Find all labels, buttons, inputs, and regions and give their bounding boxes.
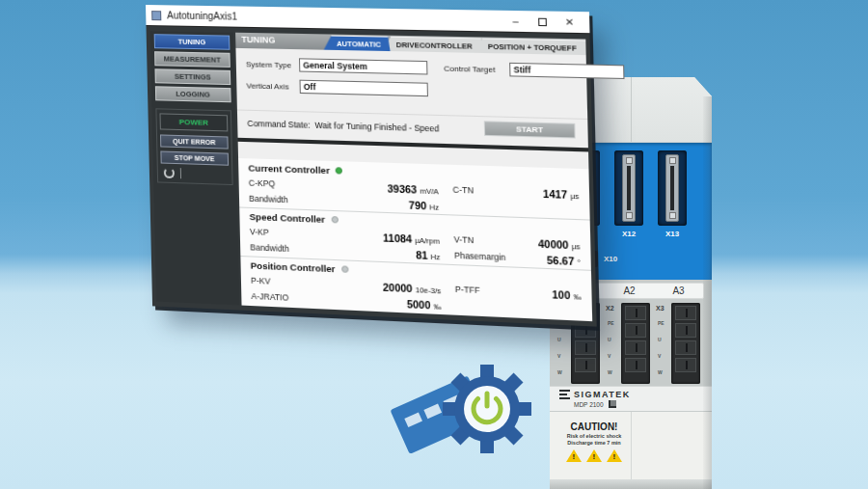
current-controller-title: Current Controller — [248, 162, 330, 176]
drive-control-panel: POWER QUIT ERROR STOP MOVE — [155, 108, 232, 185]
controller-values-panel: Current Controller C-KPQ 39363mV/A C-TN … — [238, 158, 592, 321]
device-model: MDP 2100 — [574, 401, 604, 408]
divider — [180, 168, 181, 178]
window-title: AutotuningAxis1 — [167, 10, 502, 26]
system-type-label: System Type — [246, 60, 291, 69]
status-dot — [336, 167, 342, 174]
window-frame: TUNING MEASUREMENT SETTINGS LOGGING POWE… — [146, 26, 596, 327]
device-caution-section: CAUTION! Risk of electric shock Discharg… — [550, 412, 712, 489]
caution-line-1: Risk of electric shock — [561, 433, 627, 439]
encoder-port-x13 — [658, 150, 687, 226]
gear-icon — [443, 365, 531, 453]
sidebar: TUNING MEASUREMENT SETTINGS LOGGING POWE… — [150, 31, 240, 305]
app-icon — [151, 11, 161, 20]
warning-triangle-icon — [607, 449, 622, 462]
port-label-x10: X10 — [604, 255, 617, 263]
axis-label-a2: A2 — [605, 284, 654, 298]
command-state: Command State: Wait for Tuning Finished … — [247, 119, 439, 134]
maximize-button[interactable] — [529, 13, 556, 31]
status-dot — [331, 216, 338, 223]
axis-label-a3: A3 — [654, 284, 703, 298]
sidebar-item-measurement[interactable]: MEASUREMENT — [154, 51, 231, 68]
section-title: TUNING — [241, 35, 275, 45]
close-button[interactable]: ✕ — [556, 13, 583, 31]
device-side-face — [703, 96, 712, 489]
qr-code-icon — [609, 400, 616, 408]
control-target-input[interactable] — [509, 63, 624, 79]
minimize-button[interactable]: – — [502, 12, 529, 30]
caution-line-2: Discharge time 7 min — [561, 440, 627, 446]
sidebar-item-tuning[interactable]: TUNING — [154, 34, 231, 50]
device-foot — [550, 479, 712, 489]
speed-controller-title: Speed Controller — [249, 210, 325, 224]
autotuning-window: AutotuningAxis1 – ✕ TUNING MEASUREMENT S… — [146, 5, 597, 327]
autotuning-gear-logo — [379, 363, 545, 455]
main-content: TUNING AUTOMATIC DRIVECONTROLLER POSITIO… — [235, 33, 592, 321]
warning-triangle-icon — [566, 449, 582, 462]
sigmatek-logo-icon — [559, 390, 570, 399]
quit-error-button[interactable]: QUIT ERROR — [160, 134, 229, 149]
system-type-input[interactable] — [299, 58, 427, 74]
tab-automatic[interactable]: AUTOMATIC — [323, 35, 390, 51]
stop-move-button[interactable]: STOP MOVE — [160, 150, 229, 165]
vertical-axis-input[interactable] — [299, 80, 427, 96]
encoder-port-x12 — [614, 150, 643, 226]
sidebar-item-logging[interactable]: LOGGING — [155, 86, 231, 102]
caution-label: CAUTION! Risk of electric shock Discharg… — [561, 421, 627, 462]
port-label-x12: X12 — [614, 230, 643, 238]
brand-name: SIGMATEK — [574, 390, 631, 399]
control-target-label: Control Target — [444, 65, 495, 74]
status-dot — [341, 265, 348, 272]
warning-triangle-icon — [586, 449, 602, 462]
spinner-icon — [164, 168, 175, 178]
tuning-form: System Type Control Target Vertical Axis — [235, 48, 587, 120]
device-brand-strip: SIGMATEK MDP 2100 — [550, 386, 712, 412]
caution-title: CAUTION! — [561, 421, 627, 432]
stage: X11 X12 X13 X10 A1 A2 A3 X1 PEU VW X2 — [0, 0, 868, 489]
port-label-x13: X13 — [658, 230, 687, 238]
start-button[interactable]: START — [484, 121, 576, 138]
sidebar-item-settings[interactable]: SETTINGS — [154, 68, 231, 85]
terminal-column-x3: X3 PEU VW — [656, 303, 704, 384]
vertical-axis-label: Vertical Axis — [246, 81, 288, 91]
power-button[interactable]: POWER — [160, 113, 229, 131]
terminal-column-x2: X2 PEU VW — [606, 303, 654, 384]
